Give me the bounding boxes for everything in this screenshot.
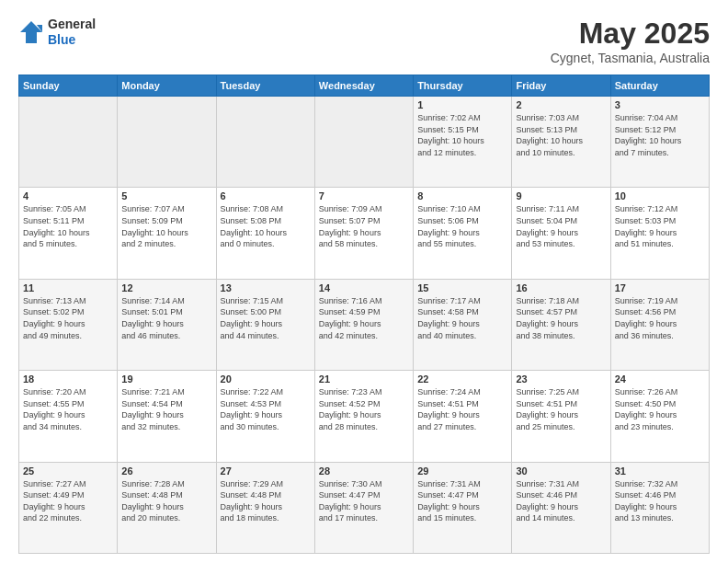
day-number: 12 [121, 282, 211, 293]
logo: General Blue [18, 17, 96, 48]
day-info: Sunrise: 7:15 AM Sunset: 5:00 PM Dayligh… [221, 295, 311, 341]
day-number: 8 [417, 190, 507, 201]
day-info: Sunrise: 7:07 AM Sunset: 5:09 PM Dayligh… [121, 203, 211, 249]
calendar-cell: 19Sunrise: 7:21 AM Sunset: 4:54 PM Dayli… [118, 371, 216, 462]
calendar-cell [118, 97, 216, 188]
calendar-cell: 6Sunrise: 7:08 AM Sunset: 5:08 PM Daylig… [216, 188, 314, 279]
day-info: Sunrise: 7:25 AM Sunset: 4:51 PM Dayligh… [516, 386, 606, 432]
logo-blue-text: Blue [48, 32, 96, 48]
day-number: 11 [23, 282, 113, 293]
calendar-cell: 12Sunrise: 7:14 AM Sunset: 5:01 PM Dayli… [118, 279, 216, 370]
day-number: 3 [615, 99, 705, 110]
calendar-header-tuesday: Tuesday [216, 75, 314, 97]
day-info: Sunrise: 7:12 AM Sunset: 5:03 PM Dayligh… [615, 203, 705, 249]
day-info: Sunrise: 7:16 AM Sunset: 4:59 PM Dayligh… [319, 295, 409, 341]
day-number: 19 [121, 373, 211, 385]
calendar-header-friday: Friday [512, 75, 610, 97]
calendar-week-2: 4Sunrise: 7:05 AM Sunset: 5:11 PM Daylig… [19, 188, 710, 279]
calendar-cell: 5Sunrise: 7:07 AM Sunset: 5:09 PM Daylig… [118, 188, 216, 279]
calendar-cell: 4Sunrise: 7:05 AM Sunset: 5:11 PM Daylig… [19, 188, 118, 279]
calendar-cell: 1Sunrise: 7:02 AM Sunset: 5:15 PM Daylig… [414, 97, 512, 188]
calendar-cell: 25Sunrise: 7:27 AM Sunset: 4:49 PM Dayli… [19, 462, 118, 553]
day-number: 10 [615, 190, 705, 201]
day-info: Sunrise: 7:08 AM Sunset: 5:08 PM Dayligh… [221, 203, 311, 249]
day-number: 25 [23, 465, 113, 477]
calendar-cell: 28Sunrise: 7:30 AM Sunset: 4:47 PM Dayli… [314, 462, 413, 553]
day-number: 5 [121, 190, 211, 201]
calendar-cell: 27Sunrise: 7:29 AM Sunset: 4:48 PM Dayli… [216, 462, 314, 553]
day-info: Sunrise: 7:29 AM Sunset: 4:48 PM Dayligh… [221, 478, 311, 524]
calendar-cell [314, 97, 413, 188]
calendar-cell: 29Sunrise: 7:31 AM Sunset: 4:47 PM Dayli… [414, 462, 512, 553]
logo-general-text: General [48, 17, 96, 32]
day-info: Sunrise: 7:17 AM Sunset: 4:58 PM Dayligh… [417, 295, 507, 341]
day-number: 7 [319, 190, 409, 201]
day-number: 13 [221, 282, 311, 293]
calendar-header-monday: Monday [118, 75, 216, 97]
day-number: 24 [615, 373, 705, 385]
calendar-cell: 31Sunrise: 7:32 AM Sunset: 4:46 PM Dayli… [610, 462, 709, 553]
day-info: Sunrise: 7:03 AM Sunset: 5:13 PM Dayligh… [516, 112, 606, 158]
calendar-header-thursday: Thursday [414, 75, 512, 97]
day-info: Sunrise: 7:05 AM Sunset: 5:11 PM Dayligh… [23, 203, 113, 249]
calendar-week-3: 11Sunrise: 7:13 AM Sunset: 5:02 PM Dayli… [19, 279, 710, 370]
day-number: 23 [516, 373, 606, 385]
day-info: Sunrise: 7:31 AM Sunset: 4:47 PM Dayligh… [417, 478, 507, 524]
day-info: Sunrise: 7:32 AM Sunset: 4:46 PM Dayligh… [615, 478, 705, 524]
calendar-week-4: 18Sunrise: 7:20 AM Sunset: 4:55 PM Dayli… [19, 371, 710, 462]
day-info: Sunrise: 7:26 AM Sunset: 4:50 PM Dayligh… [615, 386, 705, 432]
calendar-cell [216, 97, 314, 188]
calendar-cell: 26Sunrise: 7:28 AM Sunset: 4:48 PM Dayli… [118, 462, 216, 553]
day-number: 27 [221, 465, 311, 477]
day-number: 1 [417, 99, 507, 110]
day-info: Sunrise: 7:30 AM Sunset: 4:47 PM Dayligh… [319, 478, 409, 524]
calendar-cell: 22Sunrise: 7:24 AM Sunset: 4:51 PM Dayli… [414, 371, 512, 462]
day-info: Sunrise: 7:22 AM Sunset: 4:53 PM Dayligh… [221, 386, 311, 432]
day-number: 26 [121, 465, 211, 477]
day-info: Sunrise: 7:24 AM Sunset: 4:51 PM Dayligh… [417, 386, 507, 432]
day-number: 18 [23, 373, 113, 385]
calendar-header-sunday: Sunday [19, 75, 118, 97]
day-info: Sunrise: 7:18 AM Sunset: 4:57 PM Dayligh… [516, 295, 606, 341]
calendar-cell: 23Sunrise: 7:25 AM Sunset: 4:51 PM Dayli… [512, 371, 610, 462]
calendar-cell: 20Sunrise: 7:22 AM Sunset: 4:53 PM Dayli… [216, 371, 314, 462]
day-info: Sunrise: 7:28 AM Sunset: 4:48 PM Dayligh… [121, 478, 211, 524]
day-info: Sunrise: 7:21 AM Sunset: 4:54 PM Dayligh… [121, 386, 211, 432]
day-info: Sunrise: 7:04 AM Sunset: 5:12 PM Dayligh… [615, 112, 705, 158]
svg-marker-0 [20, 21, 42, 43]
calendar-cell: 9Sunrise: 7:11 AM Sunset: 5:04 PM Daylig… [512, 188, 610, 279]
day-number: 15 [417, 282, 507, 293]
calendar-cell: 2Sunrise: 7:03 AM Sunset: 5:13 PM Daylig… [512, 97, 610, 188]
day-info: Sunrise: 7:09 AM Sunset: 5:07 PM Dayligh… [319, 203, 409, 249]
day-number: 28 [319, 465, 409, 477]
calendar-cell: 30Sunrise: 7:31 AM Sunset: 4:46 PM Dayli… [512, 462, 610, 553]
calendar-header-row: SundayMondayTuesdayWednesdayThursdayFrid… [19, 75, 710, 97]
calendar-cell: 10Sunrise: 7:12 AM Sunset: 5:03 PM Dayli… [610, 188, 709, 279]
calendar-cell: 8Sunrise: 7:10 AM Sunset: 5:06 PM Daylig… [414, 188, 512, 279]
day-info: Sunrise: 7:13 AM Sunset: 5:02 PM Dayligh… [23, 295, 113, 341]
day-info: Sunrise: 7:31 AM Sunset: 4:46 PM Dayligh… [516, 478, 606, 524]
logo-icon [18, 19, 44, 45]
title-block: May 2025 Cygnet, Tasmania, Australia [551, 17, 710, 65]
calendar-cell: 7Sunrise: 7:09 AM Sunset: 5:07 PM Daylig… [314, 188, 413, 279]
day-number: 21 [319, 373, 409, 385]
calendar-table: SundayMondayTuesdayWednesdayThursdayFrid… [18, 75, 710, 554]
calendar-cell: 3Sunrise: 7:04 AM Sunset: 5:12 PM Daylig… [610, 97, 709, 188]
calendar-cell: 15Sunrise: 7:17 AM Sunset: 4:58 PM Dayli… [414, 279, 512, 370]
day-info: Sunrise: 7:23 AM Sunset: 4:52 PM Dayligh… [319, 386, 409, 432]
calendar-cell: 13Sunrise: 7:15 AM Sunset: 5:00 PM Dayli… [216, 279, 314, 370]
calendar-header-saturday: Saturday [610, 75, 709, 97]
calendar-cell: 17Sunrise: 7:19 AM Sunset: 4:56 PM Dayli… [610, 279, 709, 370]
page: General Blue May 2025 Cygnet, Tasmania, … [0, 0, 728, 563]
day-info: Sunrise: 7:10 AM Sunset: 5:06 PM Dayligh… [417, 203, 507, 249]
day-number: 17 [615, 282, 705, 293]
calendar-cell: 21Sunrise: 7:23 AM Sunset: 4:52 PM Dayli… [314, 371, 413, 462]
day-info: Sunrise: 7:14 AM Sunset: 5:01 PM Dayligh… [121, 295, 211, 341]
subtitle: Cygnet, Tasmania, Australia [551, 51, 710, 65]
calendar-header-wednesday: Wednesday [314, 75, 413, 97]
day-number: 31 [615, 465, 705, 477]
calendar-week-5: 25Sunrise: 7:27 AM Sunset: 4:49 PM Dayli… [19, 462, 710, 553]
header: General Blue May 2025 Cygnet, Tasmania, … [18, 17, 710, 65]
day-number: 4 [23, 190, 113, 201]
day-number: 6 [221, 190, 311, 201]
